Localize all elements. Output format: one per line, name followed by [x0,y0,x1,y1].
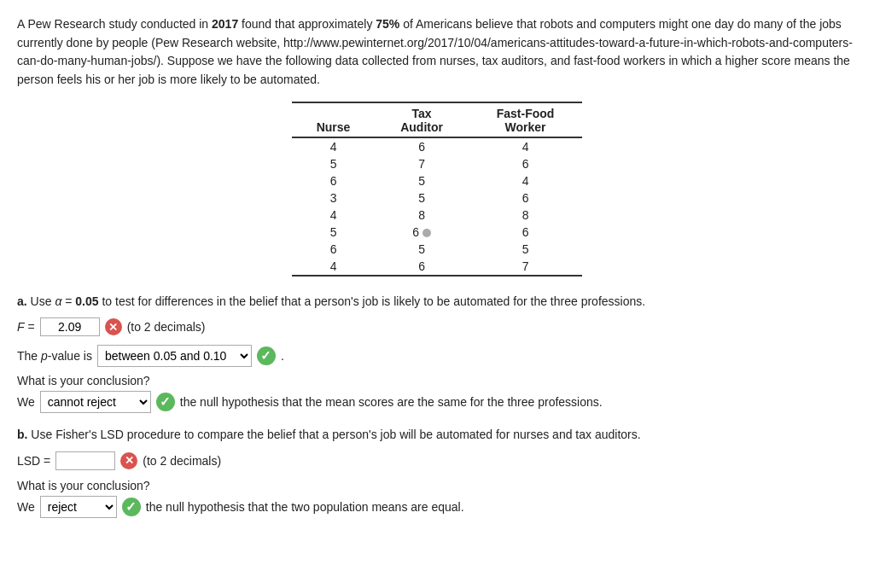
table-row: 655 [292,241,582,258]
table-row: 467 [292,258,582,276]
table-cell: 5 [292,224,375,241]
intro-paragraph: A Pew Research study conducted in 2017 f… [17,15,857,90]
table-row: 654 [292,172,582,189]
lsd-hint: (to 2 decimals) [143,454,221,468]
part-b-we-check-icon[interactable]: ✓ [122,498,141,516]
part-b-we-label: We [17,500,35,514]
table-row: 488 [292,207,582,224]
table-cell: 6 [375,224,469,241]
lsd-error-icon[interactable]: ✕ [120,452,137,469]
part-a-label: a. Use α = 0.05 to test for differences … [17,292,857,311]
col-nurse-top [292,102,375,120]
data-table: Tax Fast-Food Nurse Auditor Worker 46457… [292,102,582,277]
table-cell: 4 [292,137,375,155]
table-cell: 6 [292,241,375,258]
table-row: 356 [292,189,582,207]
part-b-we-suffix: the null hypothesis that the two populat… [146,500,464,514]
part-a-we-label: We [17,395,35,409]
col-nurse-bottom: Nurse [292,120,375,137]
f-hint: (to 2 decimals) [127,320,206,334]
col-tax-bottom: Auditor [375,120,469,137]
lsd-label: LSD = [17,454,50,468]
part-a-conclusion-label: What is your conclusion? [17,374,857,387]
table-cell: 5 [375,189,469,207]
table-row: 56 6 [292,224,582,241]
table-cell: 6 [375,258,469,276]
part-a-we-select[interactable]: reject cannot reject [40,391,151,413]
table-cell: 4 [469,137,582,155]
table-body: 46457665435648856 6655467 [292,137,582,276]
table-row: 464 [292,137,582,155]
f-value-row: F = ✕ (to 2 decimals) [17,317,857,336]
table-cell: 5 [375,241,469,258]
table-header-bottom: Nurse Auditor Worker [292,120,582,137]
table-cell: 6 [292,172,375,189]
table-cell: 6 [469,155,582,172]
lsd-row: LSD = ✕ (to 2 decimals) [17,451,857,470]
table-cell: 7 [375,155,469,172]
f-input[interactable] [40,317,100,336]
pvalue-period: . [281,349,284,363]
part-a-we-suffix: the null hypothesis that the mean scores… [180,395,603,409]
table-cell: 4 [469,172,582,189]
part-a-we-row: We reject cannot reject ✓ the null hypot… [17,391,857,413]
table-cell: 7 [469,258,582,276]
table-header-top: Tax Fast-Food [292,102,582,120]
table-cell: 3 [292,189,375,207]
part-b-label: b. Use Fisher's LSD procedure to compare… [17,425,857,444]
pvalue-label: The p-value is [17,349,92,363]
col-tax-top: Tax [375,102,469,120]
part-b-we-select[interactable]: reject cannot reject [40,496,117,518]
data-table-wrapper: Tax Fast-Food Nurse Auditor Worker 46457… [17,102,857,277]
table-cell: 5 [375,172,469,189]
f-label: F = [17,320,35,334]
part-a-we-check-icon[interactable]: ✓ [156,393,175,411]
table-row: 576 [292,155,582,172]
table-cell: 4 [292,207,375,224]
table-cell: 6 [469,189,582,207]
table-cell: 5 [469,241,582,258]
table-cell: 8 [469,207,582,224]
table-cell: 6 [375,137,469,155]
pvalue-check-icon[interactable]: ✓ [257,346,276,365]
year-highlight: 2017 [212,17,238,31]
pvalue-row: The p-value is less than 0.01 between 0.… [17,345,857,367]
f-error-icon[interactable]: ✕ [105,318,122,335]
table-cell: 4 [292,258,375,276]
lsd-input[interactable] [55,451,115,470]
table-cell: 6 [469,224,582,241]
table-cell: 8 [375,207,469,224]
pvalue-select[interactable]: less than 0.01 between 0.01 and 0.025 be… [97,345,252,367]
col-ff-top: Fast-Food [469,102,582,120]
col-ff-bottom: Worker [469,120,582,137]
dot-indicator [422,229,431,237]
percent-highlight: 75% [376,17,399,31]
table-cell: 5 [292,155,375,172]
part-b-we-row: We reject cannot reject ✓ the null hypot… [17,496,857,518]
part-b-conclusion-label: What is your conclusion? [17,479,857,492]
